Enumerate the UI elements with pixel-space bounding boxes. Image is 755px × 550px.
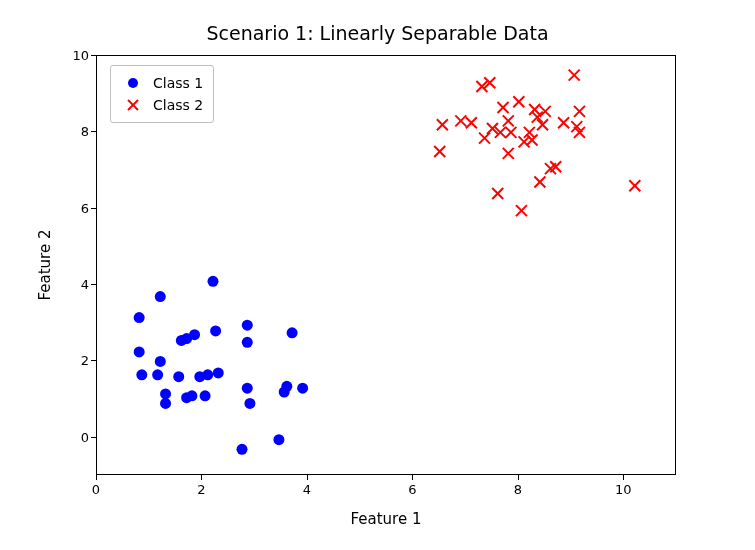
x-tick-mark [201,475,202,480]
x-tick-label: 4 [303,482,311,497]
legend-label-class1: Class 1 [153,75,203,91]
data-point-class1 [244,398,255,409]
circle-marker-icon [119,77,147,89]
data-point-class2 [479,133,490,144]
data-point-class1 [281,381,292,392]
data-point-class2 [558,117,569,128]
data-point-class2 [503,148,514,159]
y-axis-label: Feature 2 [34,55,54,475]
data-point-class2 [437,119,448,130]
data-point-class2 [505,127,516,138]
data-point-class1 [136,369,147,380]
y-tick-mark [91,208,96,209]
x-tick-label: 0 [92,482,100,497]
data-point-class1 [242,337,253,348]
y-tick-mark [91,131,96,132]
legend-entry-class1: Class 1 [119,72,203,94]
data-point-class1 [134,346,145,357]
data-point-class2 [569,70,580,81]
legend-label-class2: Class 2 [153,97,203,113]
x-axis-label: Feature 1 [96,510,676,528]
x-marker-icon [119,99,147,111]
data-point-class2 [492,188,503,199]
data-point-class1 [155,291,166,302]
data-point-class1 [208,276,219,287]
data-point-class2 [455,115,466,126]
data-point-class1 [242,320,253,331]
data-point-class1 [160,398,171,409]
x-tick-label: 8 [514,482,522,497]
data-point-class1 [297,383,308,394]
svg-point-64 [128,78,138,88]
data-point-class2 [537,119,548,130]
data-point-class1 [287,327,298,338]
x-tick-mark [412,475,413,480]
x-tick-mark [623,475,624,480]
data-point-class1 [237,444,248,455]
x-tick-mark [96,475,97,480]
figure: Scenario 1: Linearly Separable Data 0246… [0,0,755,550]
data-point-class1 [242,383,253,394]
data-point-class2 [540,106,551,117]
data-point-class2 [498,102,509,113]
y-tick-mark [91,437,96,438]
data-point-class1 [155,356,166,367]
data-point-class1 [186,390,197,401]
legend-entry-class2: Class 2 [119,94,203,116]
x-tick-label: 2 [197,482,205,497]
data-point-class1 [273,434,284,445]
x-tick-mark [518,475,519,480]
y-tick-mark [91,360,96,361]
y-tick-mark [91,284,96,285]
data-point-class2 [466,117,477,128]
data-point-class1 [134,312,145,323]
x-tick-mark [307,475,308,480]
data-point-class2 [434,146,445,157]
chart-title: Scenario 1: Linearly Separable Data [0,22,755,44]
data-point-class1 [200,390,211,401]
data-point-class1 [213,367,224,378]
data-point-class2 [574,106,585,117]
y-tick-mark [91,55,96,56]
data-point-class1 [173,371,184,382]
data-point-class2 [503,115,514,126]
x-tick-label: 6 [408,482,416,497]
x-tick-label: 10 [615,482,632,497]
data-point-class1 [152,369,163,380]
legend: Class 1 Class 2 [110,65,214,123]
data-point-class2 [513,96,524,107]
data-point-class1 [210,325,221,336]
data-point-class1 [189,329,200,340]
data-point-class2 [534,177,545,188]
data-point-class2 [516,205,527,216]
y-axis-label-text: Feature 2 [35,230,53,301]
data-point-class2 [629,180,640,191]
data-point-class1 [160,388,171,399]
data-point-class1 [202,369,213,380]
